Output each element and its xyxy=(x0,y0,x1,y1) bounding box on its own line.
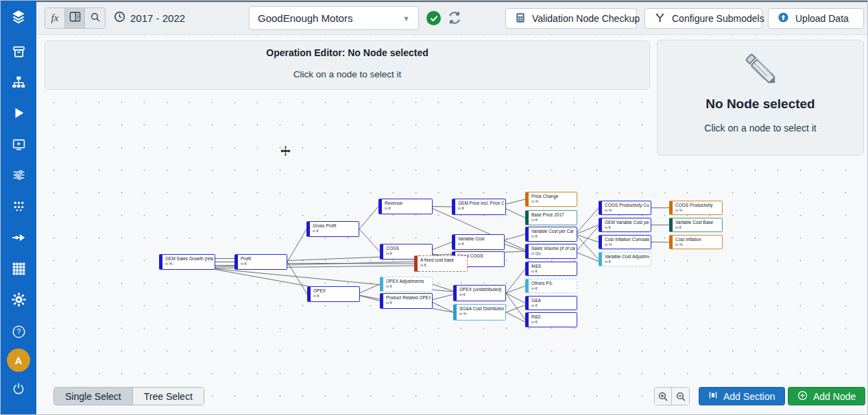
graph-node-opex-adj[interactable]: OPEX Adjustmentsin € xyxy=(380,277,433,292)
branch-icon xyxy=(654,12,666,25)
graph-node-unit: in € xyxy=(675,225,721,230)
formula-button[interactable]: fx xyxy=(45,8,65,28)
graph-node-vcb[interactable]: Variable Cost Basein € xyxy=(669,218,723,232)
graph-node-label: Sales Volume (# of cars) xyxy=(531,246,575,251)
graph-node-gem-price[interactable]: GEM Price incl. Price Changein € xyxy=(452,199,506,215)
sidebar-item-settings[interactable] xyxy=(1,288,36,313)
refresh-icon xyxy=(447,10,462,25)
graph-node-base-price[interactable]: Base Price 2017in € xyxy=(525,210,577,225)
zoom-out-button[interactable] xyxy=(672,388,689,405)
help-icon: ? xyxy=(12,325,26,342)
graph-node-cic[interactable]: Cost Inflation Cumulatedin % xyxy=(599,235,651,249)
sidebar-item-sitemap[interactable] xyxy=(1,71,36,96)
chevron-down-icon: ▼ xyxy=(402,14,410,23)
graph-node-unit: in % xyxy=(531,199,575,204)
graph-node-sga[interactable]: SG&A Cost Distributionin % xyxy=(453,304,506,320)
graph-node-revenue[interactable]: Revenuein € xyxy=(378,199,433,214)
single-select-tab[interactable]: Single Select xyxy=(54,388,133,405)
layers-logo-icon xyxy=(10,8,27,29)
model-select[interactable]: GoodEnough Motors ▼ xyxy=(249,6,419,30)
operation-editor-panel: Operation Editor: No Node selected Click… xyxy=(45,40,650,90)
refresh-button[interactable] xyxy=(447,10,462,25)
graph-node-price-change[interactable]: Price Changein % xyxy=(525,192,577,207)
fx-icon: fx xyxy=(51,12,59,24)
user-avatar[interactable]: A xyxy=(1,348,36,373)
graph-node-rd[interactable]: R&Din € xyxy=(525,312,577,327)
graph-node-label: GEM Price incl. Price Change xyxy=(458,201,504,206)
graph-node-unit: in € xyxy=(386,301,431,305)
graph-node-unit: in € xyxy=(531,234,575,239)
graph-node-unit: in € xyxy=(386,284,431,289)
node-inspector-panel: No Node selected Click on a node to sele… xyxy=(657,40,864,155)
add-node-button[interactable]: Add Node xyxy=(788,387,865,405)
graph-node-unit: in € xyxy=(313,294,358,299)
validation-node-checkup-button[interactable]: Validation Node Checkup xyxy=(505,8,637,29)
add-section-button[interactable]: Add Section xyxy=(699,387,785,405)
graph-node-profit[interactable]: Profitin € xyxy=(234,254,287,270)
graph-node-opex-und[interactable]: OPEX (undistributed)in € xyxy=(453,285,506,301)
graph-node-gross[interactable]: Gross Profitin € xyxy=(306,221,359,237)
graph-node-sales-vol[interactable]: Sales Volume (# of cars)in Qty xyxy=(525,244,577,259)
configure-submodels-label: Configure Submodels xyxy=(672,13,764,24)
time-range-label: 2017 - 2022 xyxy=(130,12,185,24)
search-icon xyxy=(90,12,101,25)
graph-node-ms[interactable]: M&Sin € xyxy=(525,262,577,276)
graph-node-cpc[interactable]: COGS Productivity Cumulatedin % xyxy=(599,201,651,215)
graph-node-fixed-base[interactable]: A fixed cost basein € xyxy=(414,255,468,272)
sidebar-item-archive[interactable] xyxy=(1,40,36,65)
flow-arrow-icon xyxy=(11,230,26,248)
graph-node-opex[interactable]: OPEXin € xyxy=(307,286,360,302)
play-monitor-icon xyxy=(12,137,26,154)
graph-node-ga[interactable]: G&Ain € xyxy=(525,296,577,310)
graph-node-unit: in € xyxy=(458,206,504,211)
graph-node-unit: in € xyxy=(458,242,503,247)
graph-node-prod-opex[interactable]: Product Related OPEXin € xyxy=(380,293,433,309)
power-icon xyxy=(12,382,25,399)
graph-node-unit: in € xyxy=(313,229,357,234)
search-button[interactable] xyxy=(85,8,105,28)
app-window: GEM Sales Growth (relative t...in %Profi… xyxy=(0,0,868,415)
graph-node-unit: in € xyxy=(531,286,575,291)
graph-node-label: Variable Cost xyxy=(458,236,503,242)
panel-view-button[interactable] xyxy=(65,8,85,28)
sliders-icon xyxy=(12,168,26,185)
graph-node-label: Profit xyxy=(241,256,285,262)
graph-node-ci[interactable]: Cost Inflationin % xyxy=(669,235,723,249)
topbar: fx xyxy=(36,1,868,35)
graph-node-label: Others P/L xyxy=(531,281,575,286)
graph-node-unit: in % xyxy=(459,312,504,316)
tree-select-tab[interactable]: Tree Select xyxy=(133,388,204,405)
sidebar-item-cluster[interactable] xyxy=(1,194,36,219)
play-icon xyxy=(11,105,26,123)
pencil-icon xyxy=(658,50,863,90)
graph-node-var-cost[interactable]: Variable Costin € xyxy=(452,234,505,250)
sidebar-item-run[interactable] xyxy=(1,102,36,127)
node-cluster-icon xyxy=(12,199,26,216)
graph-node-others[interactable]: Others P/Lin € xyxy=(525,279,577,293)
check-icon xyxy=(430,14,438,23)
graph-node-label: Variable Cost per Car xyxy=(531,229,575,234)
graph-node-gvc[interactable]: GEM Variable Cost per Car w...in € xyxy=(599,218,651,232)
graph-node-gem[interactable]: GEM Sales Growth (relative t...in % xyxy=(159,254,215,270)
app-logo[interactable] xyxy=(1,6,36,31)
configure-submodels-button[interactable]: Configure Submodels xyxy=(644,8,762,29)
sidebar-item-grid[interactable] xyxy=(1,257,36,282)
graph-node-label: Cost Inflation xyxy=(675,237,721,242)
sidebar-item-logout[interactable] xyxy=(1,378,36,403)
graph-node-unit: in € xyxy=(241,262,285,266)
time-range[interactable]: 2017 - 2022 xyxy=(114,1,185,35)
grid-icon xyxy=(12,262,26,279)
sidebar-item-help[interactable]: ? xyxy=(1,320,36,345)
model-select-value: GoodEnough Motors xyxy=(258,12,352,24)
graph-node-vcpc[interactable]: Variable Cost per Carin € xyxy=(525,227,577,242)
sidebar-item-parameters[interactable] xyxy=(1,164,36,188)
graph-node-unit: in % xyxy=(675,208,721,213)
zoom-in-button[interactable] xyxy=(655,388,672,405)
graph-node-unit: in € xyxy=(459,292,504,297)
graph-node-cp[interactable]: COGS Productivityin % xyxy=(669,201,723,215)
upload-data-button[interactable]: Upload Data xyxy=(768,8,864,29)
sidebar-item-presentation[interactable] xyxy=(1,133,36,158)
sidebar-item-flow[interactable] xyxy=(1,227,36,251)
graph-node-vca[interactable]: Variable Cost Adjustmentin € xyxy=(599,252,651,266)
zoom-out-icon xyxy=(675,391,686,402)
